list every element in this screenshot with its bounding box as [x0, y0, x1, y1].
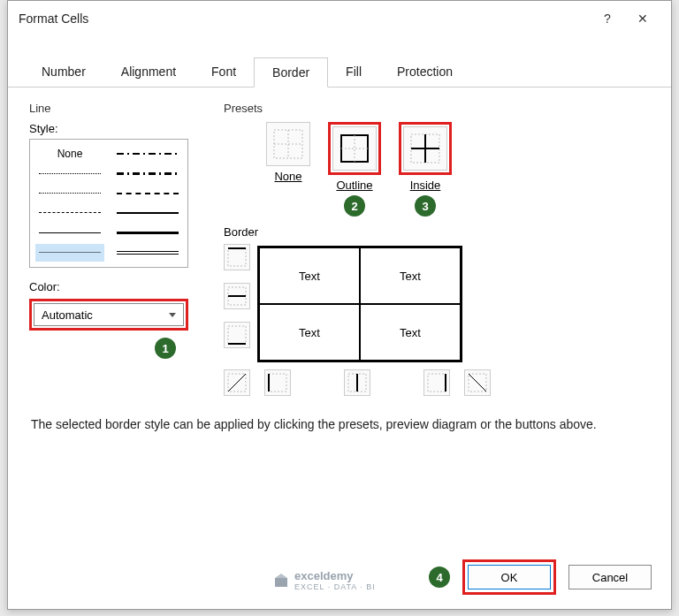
dialog-footer: 4 OK Cancel	[429, 559, 652, 595]
line-style-dotted[interactable]	[35, 164, 104, 182]
line-style-medium[interactable]	[113, 204, 182, 222]
border-right-button[interactable]	[423, 369, 450, 396]
color-label: Color:	[29, 280, 206, 293]
tab-strip: Number Alignment Font Border Fill Protec…	[8, 47, 671, 87]
preset-inside-label: Inside	[399, 179, 452, 192]
presets-title: Presets	[224, 102, 650, 115]
dialog-title: Format Cells	[19, 11, 88, 26]
style-label: Style:	[29, 122, 206, 135]
line-style-none[interactable]: None	[35, 145, 104, 163]
annotation-badge-1: 1	[155, 338, 176, 359]
svg-rect-17	[269, 374, 286, 392]
annotation-badge-2: 2	[344, 195, 365, 217]
description-text: The selected border style can be applied…	[8, 410, 671, 439]
preset-none-icon	[273, 129, 303, 159]
titlebar: Format Cells ? ✕	[8, 1, 671, 36]
tab-font[interactable]: Font	[194, 57, 254, 87]
border-top-icon	[227, 247, 247, 267]
border-left-button[interactable]	[264, 369, 291, 396]
border-diag-up-icon	[227, 373, 247, 392]
close-button[interactable]: ✕	[625, 5, 660, 32]
line-style-dashed[interactable]	[35, 204, 104, 222]
border-diag-down-icon	[468, 373, 487, 392]
color-dropdown[interactable]: Automatic	[34, 303, 184, 326]
line-section-title: Line	[29, 102, 206, 115]
border-left-icon	[268, 373, 287, 392]
cancel-button[interactable]: Cancel	[568, 565, 652, 589]
svg-line-16	[228, 374, 246, 392]
svg-rect-21	[428, 374, 446, 392]
line-style-hair[interactable]	[35, 244, 104, 262]
watermark-icon	[273, 573, 289, 589]
preview-cell: Text	[360, 304, 461, 361]
format-cells-dialog: Format Cells ? ✕ Number Alignment Font B…	[7, 0, 672, 610]
border-preview[interactable]: Text Text Text Text	[257, 246, 462, 362]
tab-alignment[interactable]: Alignment	[103, 57, 194, 87]
preset-inside-button[interactable]	[403, 126, 447, 171]
preset-outline-label: Outline	[328, 179, 381, 192]
line-style-list[interactable]: None	[29, 139, 188, 268]
watermark: exceldemy EXCEL · DATA · BI	[273, 569, 376, 591]
svg-rect-13	[228, 326, 246, 344]
tab-fill[interactable]: Fill	[328, 57, 379, 87]
annotation-badge-3: 3	[415, 195, 436, 217]
border-hmiddle-icon	[227, 286, 247, 306]
border-vmiddle-button[interactable]	[344, 369, 370, 396]
border-bottom-button[interactable]	[224, 322, 250, 348]
preset-inside-icon	[410, 133, 440, 164]
preview-cell: Text	[259, 304, 360, 361]
svg-line-24	[469, 374, 486, 392]
line-style-dotted2[interactable]	[35, 185, 104, 202]
border-hmiddle-button[interactable]	[224, 283, 250, 309]
border-top-button[interactable]	[224, 244, 250, 270]
tab-border[interactable]: Border	[254, 57, 328, 87]
border-bottom-icon	[227, 325, 247, 345]
line-style-dashed-thick[interactable]	[113, 185, 182, 202]
presets-section: Presets None Outline 2	[224, 102, 650, 396]
line-style-double[interactable]	[113, 244, 182, 262]
border-vmiddle-icon	[347, 373, 367, 392]
border-diag-up-button[interactable]	[224, 369, 250, 396]
preset-outline-button[interactable]	[332, 126, 377, 171]
line-style-thin[interactable]	[35, 224, 104, 241]
preset-outline-icon	[340, 133, 370, 164]
watermark-sub: EXCEL · DATA · BI	[294, 582, 376, 591]
line-style-thick[interactable]	[113, 224, 182, 241]
tab-number[interactable]: Number	[24, 57, 103, 87]
preview-cell: Text	[259, 247, 360, 304]
line-style-dashdot2[interactable]	[113, 164, 182, 182]
svg-rect-9	[228, 248, 246, 266]
border-section-title: Border	[224, 225, 650, 239]
line-style-dashdot[interactable]	[113, 145, 182, 163]
help-button[interactable]: ?	[590, 5, 625, 32]
border-diag-down-button[interactable]	[464, 369, 491, 396]
annotation-badge-4: 4	[429, 567, 450, 588]
preset-none-button[interactable]	[266, 122, 310, 166]
svg-rect-25	[275, 578, 287, 587]
ok-button[interactable]: OK	[468, 565, 551, 589]
line-section: Line Style: None Color: Automatic 1	[29, 102, 206, 396]
watermark-name: exceldemy	[294, 569, 376, 582]
preset-none-label: None	[266, 170, 310, 183]
tab-protection[interactable]: Protection	[379, 57, 470, 87]
preview-cell: Text	[360, 247, 461, 304]
border-right-icon	[427, 373, 446, 392]
